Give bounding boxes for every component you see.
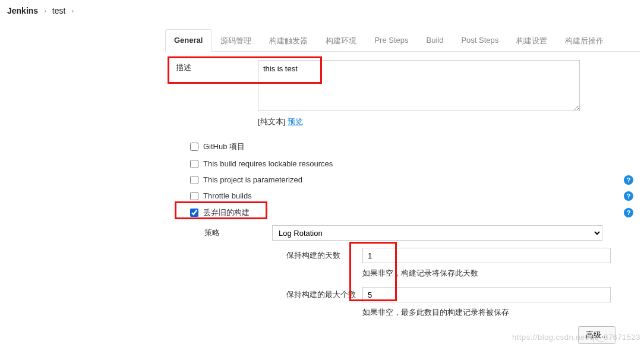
max-input[interactable]: [362, 287, 611, 302]
tab-build[interactable]: Build: [418, 29, 453, 52]
tab-scm[interactable]: 源码管理: [211, 29, 260, 52]
description-format: [纯文本] 预览: [258, 116, 630, 127]
max-label: 保持构建的最大个数: [286, 289, 362, 300]
days-input[interactable]: [362, 248, 611, 263]
check-github-row: GitHub 项目: [190, 138, 630, 156]
check-param-label: This project is parameterized: [203, 175, 302, 184]
description-format-prefix: [纯文本]: [258, 117, 288, 126]
chevron-right-icon: ›: [71, 7, 74, 14]
days-label: 保持构建的天数: [286, 250, 362, 261]
tab-post-build[interactable]: 构建后操作: [556, 29, 613, 52]
help-icon[interactable]: ?: [624, 208, 633, 217]
check-throttle-row: Throttle builds ?: [190, 188, 630, 204]
check-discard-label: 丢弃旧的构建: [203, 207, 250, 218]
breadcrumb-project[interactable]: test: [52, 6, 66, 15]
help-icon[interactable]: ?: [624, 175, 633, 185]
description-textarea[interactable]: this is test: [258, 60, 580, 111]
check-throttle-label: Throttle builds: [203, 191, 252, 200]
tab-general[interactable]: General: [165, 29, 211, 52]
check-lockable[interactable]: [190, 160, 198, 168]
tab-pre-steps[interactable]: Pre Steps: [365, 29, 417, 52]
tab-triggers[interactable]: 构建触发器: [260, 29, 317, 52]
preview-link[interactable]: 预览: [288, 117, 303, 126]
check-github[interactable]: [190, 143, 198, 151]
strategy-label: 策略: [204, 228, 272, 238]
help-icon[interactable]: ?: [624, 191, 633, 201]
tab-post-steps[interactable]: Post Steps: [452, 29, 507, 52]
breadcrumb-root[interactable]: Jenkins: [7, 6, 38, 15]
check-github-label: GitHub 项目: [203, 141, 245, 152]
check-discard[interactable]: [190, 209, 198, 217]
check-param-row: This project is parameterized ?: [190, 172, 630, 188]
breadcrumb: Jenkins › test ›: [0, 0, 644, 21]
description-label: 描述: [176, 60, 258, 73]
tab-build-settings[interactable]: 构建设置: [507, 29, 556, 52]
check-throttle[interactable]: [190, 192, 198, 200]
config-tabs: General 源码管理 构建触发器 构建环境 Pre Steps Build …: [165, 29, 640, 52]
tab-env[interactable]: 构建环境: [317, 29, 365, 52]
strategy-select[interactable]: Log Rotation: [272, 225, 602, 241]
advanced-button[interactable]: 高级...: [578, 326, 615, 344]
days-hint: 如果非空，构建记录将保存此天数: [362, 268, 630, 279]
check-lockable-row: This build requires lockable resources: [190, 156, 630, 172]
max-hint: 如果非空，最多此数目的构建记录将被保存: [362, 307, 630, 318]
check-discard-row: 丢弃旧的构建 ?: [190, 204, 630, 222]
check-param[interactable]: [190, 176, 198, 184]
check-lockable-label: This build requires lockable resources: [203, 159, 333, 168]
chevron-right-icon: ›: [44, 7, 46, 14]
